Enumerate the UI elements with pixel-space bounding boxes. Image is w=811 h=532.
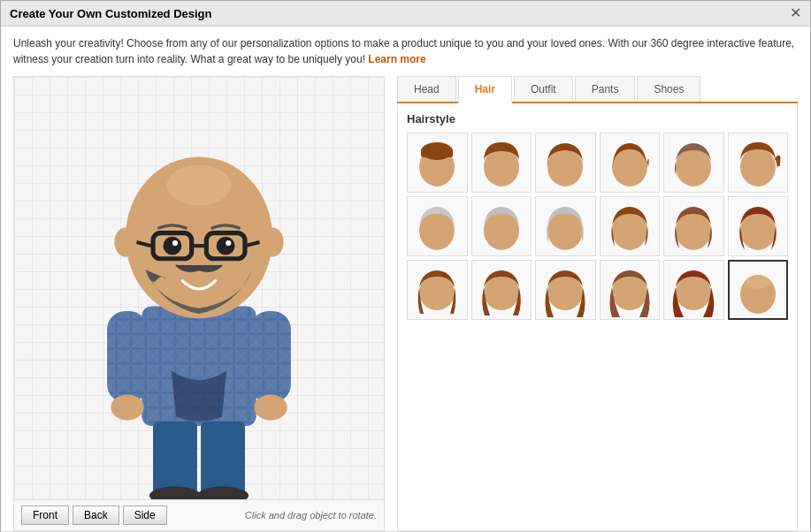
- dialog-title: Create Your Own Customized Design: [10, 7, 212, 20]
- hair-item-1[interactable]: [407, 133, 468, 193]
- hair-item-17[interactable]: [663, 260, 724, 320]
- view-controls: Front Back Side Click and drag object to…: [13, 500, 385, 531]
- learn-more-link[interactable]: Learn more: [368, 53, 425, 65]
- hair-item-14[interactable]: [471, 260, 532, 320]
- hair-item-4[interactable]: [600, 133, 661, 193]
- hair-item-16[interactable]: [600, 260, 661, 320]
- hair-item-10[interactable]: [600, 196, 661, 256]
- drag-hint: Click and drag object to rotate.: [245, 510, 377, 521]
- dialog-titlebar: Create Your Own Customized Design ✕: [1, 1, 810, 27]
- back-view-button[interactable]: Back: [73, 505, 119, 525]
- svg-point-23: [163, 237, 181, 255]
- close-button[interactable]: ✕: [790, 6, 801, 20]
- left-panel: Front Back Side Click and drag object to…: [13, 76, 385, 531]
- svg-point-26: [226, 240, 231, 246]
- main-content: Front Back Side Click and drag object to…: [13, 76, 798, 531]
- tab-head[interactable]: Head: [397, 76, 456, 102]
- intro-text: Unleash your creativity! Choose from any…: [13, 35, 798, 67]
- svg-point-28: [114, 227, 136, 256]
- dialog: Create Your Own Customized Design ✕ Unle…: [0, 0, 811, 532]
- avatar-svg: [14, 77, 384, 499]
- svg-point-50: [746, 275, 770, 289]
- svg-point-27: [167, 165, 232, 206]
- svg-point-24: [217, 237, 235, 255]
- svg-rect-9: [250, 311, 291, 403]
- hairstyle-grid: [407, 133, 788, 320]
- svg-point-10: [111, 395, 143, 421]
- svg-point-25: [172, 240, 178, 246]
- svg-rect-12: [153, 422, 197, 495]
- hair-item-15[interactable]: [535, 260, 596, 320]
- svg-rect-13: [201, 422, 245, 495]
- tab-outfit[interactable]: Outfit: [514, 76, 573, 102]
- svg-point-29: [262, 227, 284, 256]
- hair-item-8[interactable]: [471, 196, 532, 256]
- hair-item-13[interactable]: [407, 260, 468, 320]
- hairstyle-label: Hairstyle: [407, 112, 788, 125]
- side-view-button[interactable]: Side: [123, 505, 167, 525]
- tab-pants[interactable]: Pants: [575, 76, 636, 102]
- hair-item-9[interactable]: [535, 196, 596, 256]
- hair-item-2[interactable]: [471, 133, 532, 193]
- hair-item-5[interactable]: [663, 133, 724, 193]
- tabs: Head Hair Outfit Pants Shoes: [397, 76, 798, 103]
- hair-item-12[interactable]: [728, 196, 789, 256]
- svg-rect-32: [421, 148, 453, 157]
- front-view-button[interactable]: Front: [21, 505, 69, 525]
- svg-point-37: [740, 148, 776, 186]
- tab-hair[interactable]: Hair: [458, 76, 512, 103]
- right-panel: Head Hair Outfit Pants Shoes Hairstyle: [397, 76, 798, 531]
- hair-item-18[interactable]: [728, 260, 789, 320]
- hair-item-6[interactable]: [728, 133, 789, 193]
- dialog-body: Unleash your creativity! Choose from any…: [1, 27, 810, 531]
- svg-rect-8: [107, 311, 148, 403]
- avatar-canvas[interactable]: [13, 76, 385, 500]
- svg-point-11: [254, 395, 287, 421]
- tab-content-hair: Hairstyle: [397, 103, 798, 531]
- hair-item-7[interactable]: [407, 196, 468, 256]
- tab-shoes[interactable]: Shoes: [637, 76, 700, 102]
- hair-item-11[interactable]: [663, 196, 724, 256]
- hair-item-3[interactable]: [535, 133, 596, 193]
